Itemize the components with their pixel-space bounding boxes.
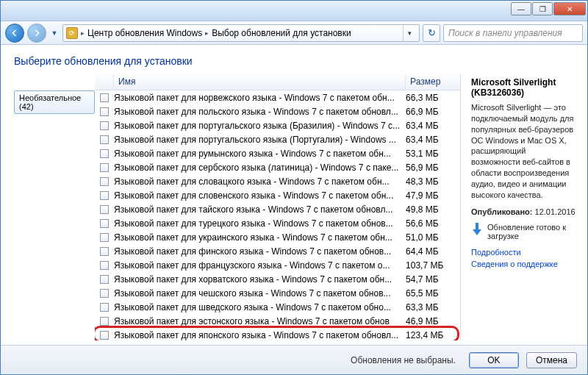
row-size: 63,4 МБ: [406, 121, 457, 131]
row-size: 56,6 МБ: [406, 218, 457, 229]
header-name[interactable]: Имя: [114, 74, 406, 90]
row-size: 56,9 МБ: [406, 162, 457, 173]
row-checkbox[interactable]: [95, 205, 114, 214]
row-size: 49,8 МБ: [406, 204, 457, 215]
category-column: Необязательное (42): [14, 74, 95, 340]
row-size: 54,7 МБ: [406, 274, 457, 285]
row-size: 63,4 МБ: [406, 135, 457, 145]
refresh-button[interactable]: ↻: [423, 24, 440, 42]
row-checkbox[interactable]: [95, 191, 114, 200]
table-row[interactable]: Языковой пакет для польского языка - Win…: [95, 104, 460, 118]
row-checkbox[interactable]: [95, 135, 114, 144]
svg-rect-0: [476, 223, 478, 229]
row-name: Языковой пакет для польского языка - Win…: [114, 107, 406, 117]
row-name: Языковой пакет для португальского языка …: [114, 121, 406, 131]
row-checkbox[interactable]: [95, 149, 114, 158]
table-row[interactable]: Языковой пакет для украинского языка - W…: [95, 230, 460, 244]
row-checkbox[interactable]: [95, 317, 114, 326]
row-name: Языковой пакет для украинского языка - W…: [114, 232, 406, 243]
status-text: Обновления не выбраны.: [351, 355, 456, 365]
row-name: Языковой пакет для словацкого языка - Wi…: [114, 176, 406, 187]
nav-back-button[interactable]: [5, 24, 24, 43]
nav-forward-button[interactable]: [27, 24, 46, 43]
chevron-right-icon: ▸: [79, 29, 86, 37]
table-row[interactable]: Языковой пакет для финского языка - Wind…: [95, 244, 460, 258]
cancel-button[interactable]: Отмена: [526, 352, 577, 368]
row-checkbox[interactable]: [95, 331, 114, 340]
table-row[interactable]: Языковой пакет для хорватского языка - W…: [95, 272, 460, 286]
table-row[interactable]: Языковой пакет для тайского языка - Wind…: [95, 202, 460, 216]
row-checkbox[interactable]: [95, 275, 114, 284]
search-placeholder: Поиск в панели управления: [448, 28, 562, 38]
table-row[interactable]: Языковой пакет для сербского языка (лати…: [95, 160, 460, 174]
breadcrumb-dropdown[interactable]: ▾: [403, 25, 416, 41]
navbar: ▼ ⟳ ▸ Центр обновления Windows ▸ Выбор о…: [1, 21, 587, 45]
row-name: Языковой пакет для тайского языка - Wind…: [114, 204, 406, 215]
row-name: Языковой пакет для португальского языка …: [114, 135, 406, 145]
row-checkbox[interactable]: [95, 177, 114, 186]
row-size: 51,0 МБ: [406, 232, 457, 243]
row-size: 103,7 МБ: [406, 260, 457, 271]
details-link-more[interactable]: Подробности: [471, 248, 576, 257]
row-checkbox[interactable]: [95, 93, 114, 102]
table-row[interactable]: Языковой пакет для шведского языка - Win…: [95, 300, 460, 314]
close-button[interactable]: ✕: [553, 2, 586, 15]
row-size: 66,9 МБ: [406, 107, 457, 117]
row-name: Языковой пакет для румынского языка - Wi…: [114, 149, 406, 159]
row-name: Языковой пакет для сербского языка (лати…: [114, 162, 406, 173]
row-checkbox[interactable]: [95, 107, 114, 116]
download-arrow-icon: [471, 223, 483, 236]
breadcrumb-seg-2[interactable]: Выбор обновлений для установки: [212, 28, 351, 38]
row-name: Языковой пакет для финского языка - Wind…: [114, 246, 406, 257]
row-name: Языковой пакет для эстонского языка - Wi…: [114, 316, 406, 326]
row-size: 123,4 МБ: [406, 330, 457, 340]
details-title: Microsoft Silverlight (KB3126036): [471, 77, 576, 98]
details-link-support[interactable]: Сведения о поддержке: [471, 260, 576, 268]
page-title: Выберите обновления для установки: [14, 55, 578, 67]
titlebar: — ❐ ✕: [1, 1, 587, 21]
row-size: 53,1 МБ: [406, 149, 457, 159]
ok-button[interactable]: OK: [469, 352, 519, 368]
table-row[interactable]: Языковой пакет для португальского языка …: [95, 118, 460, 132]
row-checkbox[interactable]: [95, 233, 114, 242]
category-optional[interactable]: Необязательное (42): [14, 90, 95, 114]
row-checkbox[interactable]: [95, 219, 114, 228]
row-checkbox[interactable]: [95, 247, 114, 256]
row-name: Языковой пакет для словенского языка - W…: [114, 190, 406, 201]
row-name: Языковой пакет для турецкого языка - Win…: [114, 218, 406, 229]
table-row[interactable]: Языковой пакет для словенского языка - W…: [95, 188, 460, 202]
table-row[interactable]: Языковой пакет для словацкого языка - Wi…: [95, 174, 460, 188]
table-row[interactable]: Языковой пакет для чешского языка - Wind…: [95, 286, 460, 300]
header-checkbox-col[interactable]: [95, 74, 114, 90]
header-size[interactable]: Размер: [406, 74, 460, 90]
row-checkbox[interactable]: [95, 303, 114, 312]
breadcrumb-seg-1[interactable]: Центр обновления Windows: [87, 28, 202, 38]
row-name: Языковой пакет для шведского языка - Win…: [114, 302, 406, 312]
row-checkbox[interactable]: [95, 261, 114, 270]
bottom-bar: Обновления не выбраны. OK Отмена: [1, 345, 587, 374]
row-size: 66,3 МБ: [406, 93, 457, 103]
row-name: Языковой пакет для французского языка - …: [114, 260, 406, 271]
breadcrumb[interactable]: ⟳ ▸ Центр обновления Windows ▸ Выбор обн…: [62, 24, 420, 42]
nav-history-dropdown[interactable]: ▼: [49, 29, 60, 37]
table-row[interactable]: Языковой пакет для норвежского языка - W…: [95, 90, 460, 104]
maximize-button[interactable]: ❐: [532, 2, 553, 15]
table-row[interactable]: Языковой пакет для португальского языка …: [95, 132, 460, 146]
table-row[interactable]: Языковой пакет для японского языка - Win…: [95, 328, 460, 340]
row-checkbox[interactable]: [95, 121, 114, 130]
table-row[interactable]: Языковой пакет для эстонского языка - Wi…: [95, 314, 460, 328]
row-name: Языковой пакет для хорватского языка - W…: [114, 274, 406, 285]
search-input[interactable]: Поиск в панели управления: [443, 24, 583, 42]
row-checkbox[interactable]: [95, 289, 114, 298]
table-row[interactable]: Языковой пакет для французского языка - …: [95, 258, 460, 272]
table-row[interactable]: Языковой пакет для турецкого языка - Win…: [95, 216, 460, 230]
row-checkbox[interactable]: [95, 163, 114, 172]
windows-update-icon: ⟳: [66, 27, 78, 39]
list-body[interactable]: Языковой пакет для норвежского языка - W…: [95, 90, 460, 340]
details-ready-text: Обновление готово к загрузке: [487, 223, 576, 240]
list-header: Имя Размер: [95, 74, 460, 90]
minimize-button[interactable]: —: [511, 2, 531, 15]
row-size: 46,9 МБ: [406, 316, 457, 326]
details-panel: Microsoft Silverlight (KB3126036) Micros…: [461, 74, 578, 340]
table-row[interactable]: Языковой пакет для румынского языка - Wi…: [95, 146, 460, 160]
